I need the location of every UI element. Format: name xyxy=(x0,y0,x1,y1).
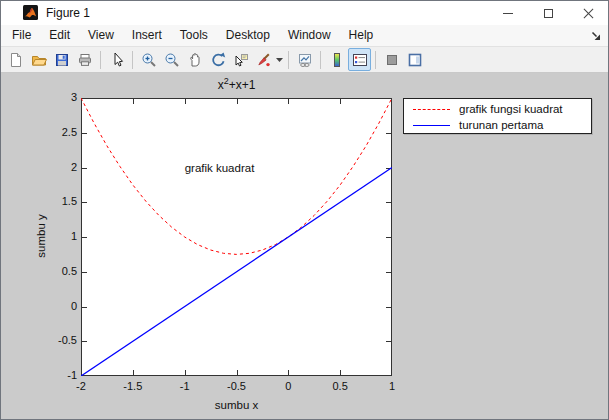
figure-canvas: x2+x+1 sumbu x sumbu y grafik fungsi kua… xyxy=(1,73,608,419)
data-cursor-button[interactable] xyxy=(229,48,252,71)
menu-edit[interactable]: Edit xyxy=(40,25,79,46)
maximize-icon xyxy=(544,9,553,18)
y-tick-label: -1 xyxy=(45,369,77,381)
plot-title: x2+x+1 xyxy=(81,76,392,92)
close-button[interactable] xyxy=(568,1,608,25)
legend-icon xyxy=(352,52,368,68)
legend-sample-dashed-red xyxy=(413,109,450,110)
brush-data-button[interactable] xyxy=(252,48,275,71)
legend-box[interactable]: grafik fungsi kuadrat turunan pertama xyxy=(403,98,592,134)
x-tick-label: 0 xyxy=(268,380,308,392)
y-tick-label: 0 xyxy=(45,300,77,312)
hand-pan-icon xyxy=(187,52,203,68)
rotate-3d-icon xyxy=(210,52,226,68)
zoom-in-icon xyxy=(141,52,157,68)
x-tick-label: 0.5 xyxy=(320,380,360,392)
y-tick-label: 3 xyxy=(45,91,77,103)
minimize-icon xyxy=(503,13,513,14)
arrow-cursor-icon xyxy=(109,52,125,68)
x-tick-label: -1 xyxy=(165,380,205,392)
figure-toolbar xyxy=(1,47,608,73)
minimize-button[interactable] xyxy=(488,1,528,25)
new-figure-button[interactable] xyxy=(4,48,27,71)
rotate-3d-button[interactable] xyxy=(206,48,229,71)
show-plot-tools-button[interactable] xyxy=(403,48,426,71)
open-file-button[interactable] xyxy=(27,48,50,71)
close-icon xyxy=(583,8,594,19)
menu-view[interactable]: View xyxy=(79,25,123,46)
matlab-logo-icon xyxy=(23,5,38,20)
pan-button[interactable] xyxy=(183,48,206,71)
brush-dropdown-button[interactable] xyxy=(275,49,284,70)
print-figure-button[interactable] xyxy=(73,48,96,71)
link-plot-button[interactable] xyxy=(293,48,316,71)
new-document-icon xyxy=(8,52,24,68)
hide-plot-tools-button[interactable] xyxy=(380,48,403,71)
toolbar-separator xyxy=(132,51,133,69)
zoom-out-icon xyxy=(164,52,180,68)
window-title: Figure 1 xyxy=(46,1,90,25)
x-tick-label: 1 xyxy=(372,380,412,392)
y-tick-label: 0.5 xyxy=(45,265,77,277)
y-tick-label: 1 xyxy=(45,230,77,242)
toolbar-separator xyxy=(375,51,376,69)
menu-window[interactable]: Window xyxy=(279,25,340,46)
pointer-button[interactable] xyxy=(105,48,128,71)
toolbar-separator xyxy=(320,51,321,69)
colorbar-icon xyxy=(329,52,345,68)
show-plot-tools-icon xyxy=(407,52,423,68)
figure-window: Figure 1 File Edit View Insert Tools Des… xyxy=(0,0,609,420)
insert-legend-button[interactable] xyxy=(348,48,371,71)
dock-figure-icon[interactable] xyxy=(591,31,601,41)
save-floppy-icon xyxy=(54,52,70,68)
legend-label: grafik fungsi kuadrat xyxy=(459,103,563,115)
window-controls xyxy=(488,1,608,25)
x-axis-label: sumbu x xyxy=(81,399,392,411)
zoom-in-button[interactable] xyxy=(137,48,160,71)
menu-desktop[interactable]: Desktop xyxy=(217,25,279,46)
save-figure-button[interactable] xyxy=(50,48,73,71)
menu-insert[interactable]: Insert xyxy=(123,25,171,46)
legend-sample-solid-blue xyxy=(413,125,450,126)
y-tick-label: -0.5 xyxy=(45,334,77,346)
menubar: File Edit View Insert Tools Desktop Wind… xyxy=(1,25,608,47)
plot-axes[interactable] xyxy=(81,98,392,376)
menu-help[interactable]: Help xyxy=(340,25,383,46)
y-tick-label: 2 xyxy=(45,161,77,173)
data-cursor-icon xyxy=(233,52,249,68)
y-tick-label: 2.5 xyxy=(45,126,77,138)
titlebar[interactable]: Figure 1 xyxy=(1,1,608,25)
brush-icon xyxy=(256,52,272,68)
open-folder-icon xyxy=(31,52,47,68)
x-tick-label: -1.5 xyxy=(113,380,153,392)
maximize-button[interactable] xyxy=(528,1,568,25)
dropdown-caret-icon xyxy=(276,58,283,62)
x-tick-label: -2 xyxy=(61,380,101,392)
legend-label: turunan pertama xyxy=(459,119,543,131)
zoom-out-button[interactable] xyxy=(160,48,183,71)
toolbar-separator xyxy=(288,51,289,69)
plot-annotation: grafik kuadrat xyxy=(185,162,255,174)
y-tick-label: 1.5 xyxy=(45,195,77,207)
x-tick-label: -0.5 xyxy=(217,380,257,392)
printer-icon xyxy=(77,52,93,68)
insert-colorbar-button[interactable] xyxy=(325,48,348,71)
hide-plot-tools-icon xyxy=(384,52,400,68)
menu-file[interactable]: File xyxy=(3,25,40,46)
toolbar-separator xyxy=(100,51,101,69)
menu-tools[interactable]: Tools xyxy=(171,25,217,46)
legend-entry-derivative: turunan pertama xyxy=(404,117,591,133)
link-plot-icon xyxy=(297,52,313,68)
legend-entry-quadratic: grafik fungsi kuadrat xyxy=(404,101,591,117)
